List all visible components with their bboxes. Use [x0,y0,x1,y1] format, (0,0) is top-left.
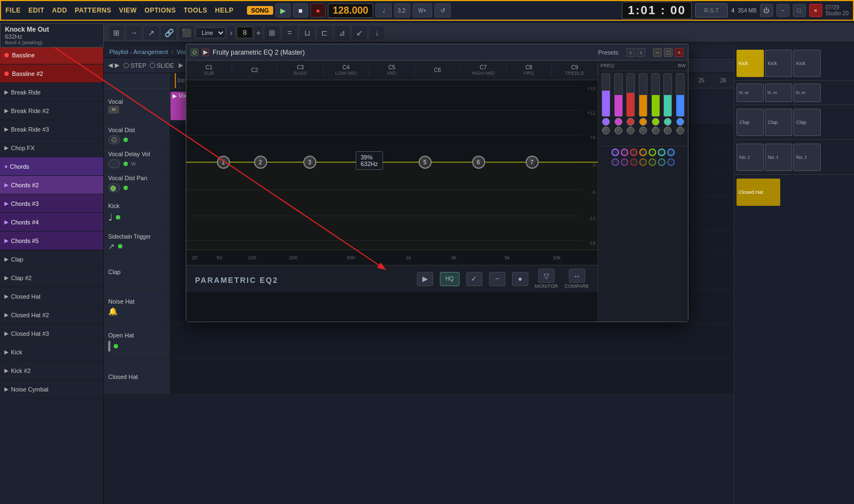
vocal-dist-pan-knob[interactable] [108,183,120,192]
freq-knob-6[interactable] [658,149,665,156]
eq-band-7[interactable]: 7 [526,156,539,169]
restore-button[interactable]: □ [793,4,806,17]
record-button[interactable]: ● [310,3,326,17]
vocal-dist-knob[interactable] [108,135,120,144]
track-item-chop-fx[interactable]: ▶ Chop FX [0,139,103,157]
eq-minimize-btn[interactable]: − [653,48,662,57]
power-button[interactable]: ⏻ [760,4,773,17]
kick-clip-3[interactable]: Kick [793,50,821,77]
freq-knob-5[interactable] [649,149,656,156]
track-item-closed-hat[interactable]: ▶ Closed Hat [0,287,103,306]
split-btn[interactable]: ⊏ [316,25,333,40]
track-item-bassline[interactable]: Bassline [0,46,103,64]
eq-restore-btn[interactable]: □ [664,48,673,57]
minimize-button[interactable]: − [776,4,790,17]
eq-band-2[interactable]: 2 [254,156,267,169]
bw-knob-5[interactable] [649,158,656,166]
eq-settings-icon[interactable] [191,49,198,56]
eq-band-knob-bw-2[interactable] [615,127,622,134]
eq-band-4[interactable]: 4 [361,156,374,169]
eq-band-6[interactable]: 6 [472,156,485,169]
eq-presets-label[interactable]: Presets [598,49,619,56]
track-item-chords2[interactable]: ▶ Chords #2 [0,176,103,194]
freq-knob-1[interactable] [611,149,619,156]
eq-band-fader-5[interactable] [651,73,660,117]
menu-item-add[interactable]: ADD [52,7,67,14]
chain-btn[interactable]: 🔗 [161,25,177,40]
eq-band-fader-7[interactable] [676,73,685,117]
track-item-clap2[interactable]: ▶ Clap #2 [0,269,103,287]
eq-band-knob-freq-4[interactable] [639,118,647,126]
grid-btn[interactable]: ⊞ [264,25,280,40]
eq-close-btn[interactable]: × [675,48,684,57]
eq-play-btn[interactable]: ▶ [417,272,433,286]
eq-arrow-icon[interactable]: ▶ [202,49,209,56]
freq-knob-7[interactable] [667,149,675,156]
eq-band-3[interactable]: 3 [303,156,316,169]
vocal-mute-btn[interactable]: M [108,106,119,114]
eq-band-fader-1[interactable] [602,73,610,117]
pattern-btn[interactable]: ↗ [143,25,160,40]
eq-band-fader-3[interactable] [626,73,635,117]
eq-dot-btn[interactable]: ● [512,272,528,286]
track-item-chords[interactable]: ● Chords [0,157,103,176]
menu-item-options[interactable]: OPTIONS [144,7,176,14]
track-item-break-ride3[interactable]: ▶ Break Ride #3 [0,120,103,139]
not-clip-2[interactable]: No..t [765,144,792,171]
stop-button[interactable]: ■ [293,3,308,17]
eq-band-fader-2[interactable] [614,73,623,117]
vocal-delay-vol-knob[interactable] [108,159,120,168]
filter-btn[interactable]: ⊿ [334,25,350,40]
eq-band-5[interactable]: 5 [419,156,432,169]
track-item-closed-hat2[interactable]: ▶ Closed Hat #2 [0,306,103,324]
track-item-break-ride[interactable]: ▶ Break Ride [0,83,103,102]
line-select[interactable]: Line [196,27,226,38]
eq-band-knob-bw-1[interactable] [602,127,610,134]
not-clip-3[interactable]: No..t [793,144,821,171]
clap-clip-1[interactable]: Clap [737,109,764,136]
menu-item-tools[interactable]: TOOLS [184,7,208,14]
link-btn[interactable]: → [126,25,142,40]
eq-band-knob-bw-4[interactable] [639,127,647,134]
menu-item-view[interactable]: VIEW [119,7,137,14]
eq-band-knob-bw-7[interactable] [676,127,684,134]
bw-knob-7[interactable] [667,158,675,166]
nav-arrow-right[interactable]: › [227,25,235,40]
merge-btn[interactable]: ⊔ [299,25,315,40]
eq-band-fader-4[interactable] [639,73,647,117]
track-item-break-ride2[interactable]: ▶ Break Ride #2 [0,102,103,120]
stamp-btn[interactable]: ⬛ [178,25,195,40]
eq-check-btn[interactable]: ✓ [466,272,482,286]
track-item-chords3[interactable]: ▶ Chords #3 [0,194,103,213]
sider-clip-3[interactable]: Si..er [793,84,821,102]
freq-knob-3[interactable] [630,149,638,156]
bw-knob-1[interactable] [611,158,619,166]
eq-band-knob-freq-1[interactable] [602,118,610,126]
metronome-icon[interactable]: ♩ [375,3,392,17]
menu-item-patterns[interactable]: PATTERNS [75,7,111,14]
piano-roll-btn[interactable]: ⊞ [108,25,125,40]
track-item-bassline2[interactable]: Bassline #2 [0,64,103,83]
equal-btn[interactable]: = [281,25,298,40]
menu-item-edit[interactable]: EDIT [28,7,44,14]
track-item-chords5[interactable]: ▶ Chords #5 [0,232,103,250]
eq-canvas[interactable]: +18 +12 +6 0 -6 -12 -18 [186,80,598,250]
play-button[interactable]: ▶ [275,3,291,17]
slice-btn[interactable]: ↙ [351,25,368,40]
track-item-kick[interactable]: ▶ Kick [0,343,103,361]
song-button[interactable]: SONG [247,6,273,15]
eq-band-1[interactable]: 1 [217,156,230,169]
eq-band-knob-bw-5[interactable] [652,127,659,134]
eq-nav-right[interactable]: › [637,48,645,57]
eq-band-knob-freq-2[interactable] [615,118,622,126]
close-button[interactable]: × [809,4,822,17]
bw-knob-2[interactable] [621,158,628,166]
open-hat-fader[interactable] [108,341,110,352]
eq-band-knob-freq-3[interactable] [627,118,634,126]
eq-band-knob-freq-7[interactable] [676,118,684,126]
track-item-kick2[interactable]: ▶ Kick #2 [0,361,103,380]
plus-btn[interactable]: + [254,25,263,40]
bw-knob-3[interactable] [630,158,638,166]
freq-knob-4[interactable] [639,149,647,156]
eq-monitor-btn[interactable]: ▽ [538,269,555,283]
